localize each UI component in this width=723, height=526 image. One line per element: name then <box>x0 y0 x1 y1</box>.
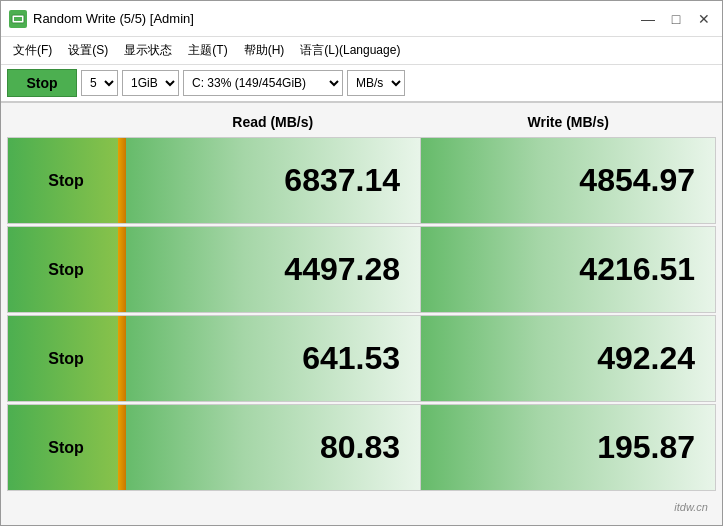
content-area: Read (MB/s) Write (MB/s) Stop 6837.14 48… <box>1 103 722 525</box>
svg-rect-1 <box>14 17 22 21</box>
menu-bar: 文件(F) 设置(S) 显示状态 主题(T) 帮助(H) 语言(L)(Langu… <box>1 37 722 65</box>
menu-language[interactable]: 语言(L)(Language) <box>292 39 408 62</box>
write-value-4: 195.87 <box>421 405 715 490</box>
footer-watermark: itdw.cn <box>7 493 716 521</box>
main-window: Random Write (5/5) [Admin] — □ ✕ 文件(F) 设… <box>0 0 723 526</box>
count-select[interactable]: 5 <box>81 70 118 96</box>
app-icon <box>9 10 27 28</box>
menu-file[interactable]: 文件(F) <box>5 39 60 62</box>
header-row: Read (MB/s) Write (MB/s) <box>7 107 716 137</box>
write-value-1: 4854.97 <box>421 138 715 223</box>
data-row-1: Stop 6837.14 4854.97 <box>7 137 716 224</box>
menu-settings[interactable]: 设置(S) <box>60 39 116 62</box>
read-value-3: 641.53 <box>126 316 421 401</box>
read-header: Read (MB/s) <box>125 114 421 130</box>
menu-theme[interactable]: 主题(T) <box>180 39 235 62</box>
maximize-button[interactable]: □ <box>666 9 686 29</box>
stop-button-1[interactable]: Stop <box>8 138 126 223</box>
main-stop-button[interactable]: Stop <box>7 69 77 97</box>
write-header: Write (MB/s) <box>421 114 717 130</box>
read-value-1: 6837.14 <box>126 138 421 223</box>
data-row-4: Stop 80.83 195.87 <box>7 404 716 491</box>
window-controls: — □ ✕ <box>638 9 714 29</box>
stop-button-4[interactable]: Stop <box>8 405 126 490</box>
unit-select[interactable]: MB/s <box>347 70 405 96</box>
data-row-2: Stop 4497.28 4216.51 <box>7 226 716 313</box>
stop-button-2[interactable]: Stop <box>8 227 126 312</box>
window-title: Random Write (5/5) [Admin] <box>33 11 638 26</box>
read-value-4: 80.83 <box>126 405 421 490</box>
size-select[interactable]: 1GiB <box>122 70 179 96</box>
stop-button-3[interactable]: Stop <box>8 316 126 401</box>
data-row-3: Stop 641.53 492.24 <box>7 315 716 402</box>
write-value-2: 4216.51 <box>421 227 715 312</box>
title-bar: Random Write (5/5) [Admin] — □ ✕ <box>1 1 722 37</box>
minimize-button[interactable]: — <box>638 9 658 29</box>
menu-display[interactable]: 显示状态 <box>116 39 180 62</box>
read-value-2: 4497.28 <box>126 227 421 312</box>
write-value-3: 492.24 <box>421 316 715 401</box>
toolbar: Stop 5 1GiB C: 33% (149/454GiB) MB/s <box>1 65 722 103</box>
menu-help[interactable]: 帮助(H) <box>236 39 293 62</box>
drive-select[interactable]: C: 33% (149/454GiB) <box>183 70 343 96</box>
close-button[interactable]: ✕ <box>694 9 714 29</box>
